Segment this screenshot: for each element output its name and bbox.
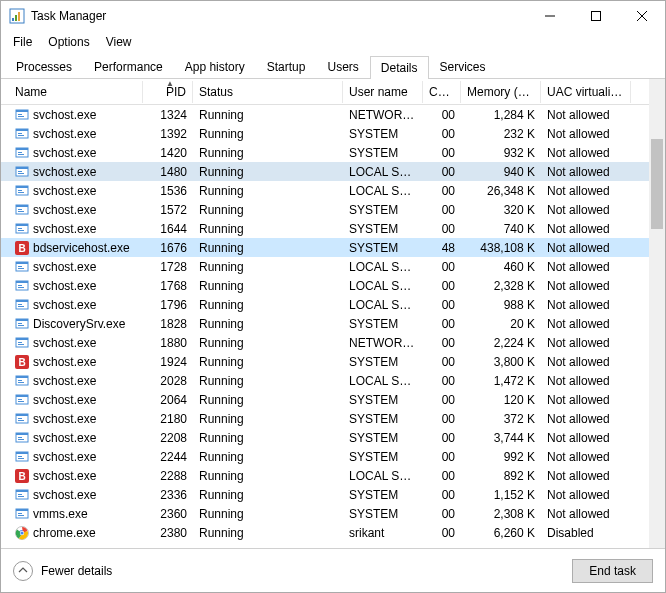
svg-rect-2 bbox=[15, 15, 17, 21]
svg-rect-22 bbox=[18, 171, 22, 172]
table-row[interactable]: svchost.exe1480RunningLOCAL SE...00940 K… bbox=[1, 162, 665, 181]
table-row[interactable]: chrome.exe2380Runningsrikant006,260 KDis… bbox=[1, 523, 665, 542]
svg-rect-48 bbox=[18, 304, 22, 305]
cell-cpu: 00 bbox=[423, 488, 461, 502]
col-uac[interactable]: UAC virtualizat... bbox=[541, 81, 631, 103]
process-name: svchost.exe bbox=[33, 222, 96, 236]
col-name[interactable]: Name bbox=[9, 81, 143, 103]
process-icon: B bbox=[15, 355, 29, 369]
cell-cpu: 00 bbox=[423, 279, 461, 293]
table-row[interactable]: Bsvchost.exe1924RunningSYSTEM003,800 KNo… bbox=[1, 352, 665, 371]
menu-file[interactable]: File bbox=[7, 33, 38, 51]
process-name: svchost.exe bbox=[33, 165, 96, 179]
process-icon bbox=[15, 336, 29, 350]
svg-rect-55 bbox=[16, 338, 28, 340]
table-row[interactable]: svchost.exe1880RunningNETWORK...002,224 … bbox=[1, 333, 665, 352]
tab-details[interactable]: Details bbox=[370, 56, 429, 79]
table-row[interactable]: svchost.exe2028RunningLOCAL SE...001,472… bbox=[1, 371, 665, 390]
cell-memory: 1,472 K bbox=[461, 374, 541, 388]
cell-pid: 1644 bbox=[143, 222, 193, 236]
table-row[interactable]: svchost.exe1324RunningNETWORK...001,284 … bbox=[1, 105, 665, 124]
tab-startup[interactable]: Startup bbox=[256, 55, 317, 78]
table-row[interactable]: DiscoverySrv.exe1828RunningSYSTEM0020 KN… bbox=[1, 314, 665, 333]
minimize-button[interactable] bbox=[527, 1, 573, 31]
cell-memory: 740 K bbox=[461, 222, 541, 236]
svg-text:B: B bbox=[18, 357, 25, 368]
col-status[interactable]: Status bbox=[193, 81, 343, 103]
table-row[interactable]: svchost.exe1572RunningSYSTEM00320 KNot a… bbox=[1, 200, 665, 219]
svg-rect-18 bbox=[18, 152, 22, 153]
tab-performance[interactable]: Performance bbox=[83, 55, 174, 78]
tab-app-history[interactable]: App history bbox=[174, 55, 256, 78]
table-row[interactable]: svchost.exe1420RunningSYSTEM00932 KNot a… bbox=[1, 143, 665, 162]
col-user[interactable]: User name bbox=[343, 81, 423, 103]
titlebar[interactable]: Task Manager bbox=[1, 1, 665, 31]
svg-rect-73 bbox=[16, 433, 28, 435]
cell-cpu: 00 bbox=[423, 355, 461, 369]
end-task-button[interactable]: End task bbox=[572, 559, 653, 583]
table-row[interactable]: vmms.exe2360RunningSYSTEM002,308 KNot al… bbox=[1, 504, 665, 523]
table-row[interactable]: svchost.exe1536RunningLOCAL SE...0026,34… bbox=[1, 181, 665, 200]
fewer-details-button[interactable]: Fewer details bbox=[13, 561, 112, 581]
svg-rect-69 bbox=[16, 414, 28, 416]
svg-rect-66 bbox=[18, 399, 22, 400]
svg-rect-75 bbox=[18, 439, 24, 440]
cell-status: Running bbox=[193, 507, 343, 521]
cell-memory: 3,800 K bbox=[461, 355, 541, 369]
col-cpu[interactable]: CPU bbox=[423, 81, 461, 103]
process-name: bdservicehost.exe bbox=[33, 241, 130, 255]
scrollbar-thumb[interactable] bbox=[651, 139, 663, 229]
cell-user: LOCAL SE... bbox=[343, 165, 423, 179]
process-icon: B bbox=[15, 241, 29, 255]
cell-cpu: 00 bbox=[423, 165, 461, 179]
table-row[interactable]: svchost.exe1796RunningLOCAL SE...00988 K… bbox=[1, 295, 665, 314]
table-row[interactable]: svchost.exe2180RunningSYSTEM00372 KNot a… bbox=[1, 409, 665, 428]
process-name: svchost.exe bbox=[33, 298, 96, 312]
svg-rect-84 bbox=[18, 494, 22, 495]
table-row[interactable]: svchost.exe1392RunningSYSTEM00232 KNot a… bbox=[1, 124, 665, 143]
col-memory[interactable]: Memory (a... bbox=[461, 81, 541, 103]
cell-pid: 2288 bbox=[143, 469, 193, 483]
table-body[interactable]: svchost.exe1324RunningNETWORK...001,284 … bbox=[1, 105, 665, 548]
cell-status: Running bbox=[193, 298, 343, 312]
cell-status: Running bbox=[193, 526, 343, 540]
fewer-details-label: Fewer details bbox=[41, 564, 112, 578]
process-name: DiscoverySrv.exe bbox=[33, 317, 125, 331]
cell-pid: 1324 bbox=[143, 108, 193, 122]
table-row[interactable]: Bbdservicehost.exe1676RunningSYSTEM48438… bbox=[1, 238, 665, 257]
table-row[interactable]: svchost.exe1768RunningLOCAL SE...002,328… bbox=[1, 276, 665, 295]
cell-memory: 120 K bbox=[461, 393, 541, 407]
cell-memory: 438,108 K bbox=[461, 241, 541, 255]
cell-status: Running bbox=[193, 412, 343, 426]
tab-users[interactable]: Users bbox=[316, 55, 369, 78]
cell-status: Running bbox=[193, 146, 343, 160]
tab-processes[interactable]: Processes bbox=[5, 55, 83, 78]
menu-view[interactable]: View bbox=[100, 33, 138, 51]
process-name: svchost.exe bbox=[33, 203, 96, 217]
cell-uac: Not allowed bbox=[541, 146, 631, 160]
table-row[interactable]: svchost.exe2064RunningSYSTEM00120 KNot a… bbox=[1, 390, 665, 409]
cell-uac: Not allowed bbox=[541, 393, 631, 407]
table-row[interactable]: Bsvchost.exe2288RunningLOCAL SE...00892 … bbox=[1, 466, 665, 485]
cell-user: NETWORK... bbox=[343, 336, 423, 350]
table-row[interactable]: svchost.exe2336RunningSYSTEM001,152 KNot… bbox=[1, 485, 665, 504]
process-name: svchost.exe bbox=[33, 469, 96, 483]
close-button[interactable] bbox=[619, 1, 665, 31]
vertical-scrollbar[interactable] bbox=[649, 79, 665, 548]
svg-rect-51 bbox=[16, 319, 28, 321]
table-row[interactable]: svchost.exe1728RunningLOCAL SE...00460 K… bbox=[1, 257, 665, 276]
cell-uac: Not allowed bbox=[541, 374, 631, 388]
cell-status: Running bbox=[193, 450, 343, 464]
table-row[interactable]: svchost.exe2208RunningSYSTEM003,744 KNot… bbox=[1, 428, 665, 447]
cell-cpu: 00 bbox=[423, 469, 461, 483]
tab-services[interactable]: Services bbox=[429, 55, 497, 78]
svg-rect-63 bbox=[18, 382, 24, 383]
svg-rect-1 bbox=[12, 18, 14, 21]
maximize-button[interactable] bbox=[573, 1, 619, 31]
table-row[interactable]: svchost.exe1644RunningSYSTEM00740 KNot a… bbox=[1, 219, 665, 238]
process-name: svchost.exe bbox=[33, 127, 96, 141]
table-row[interactable]: svchost.exe2244RunningSYSTEM00992 KNot a… bbox=[1, 447, 665, 466]
cell-pid: 1536 bbox=[143, 184, 193, 198]
cell-user: SYSTEM bbox=[343, 393, 423, 407]
menu-options[interactable]: Options bbox=[42, 33, 95, 51]
